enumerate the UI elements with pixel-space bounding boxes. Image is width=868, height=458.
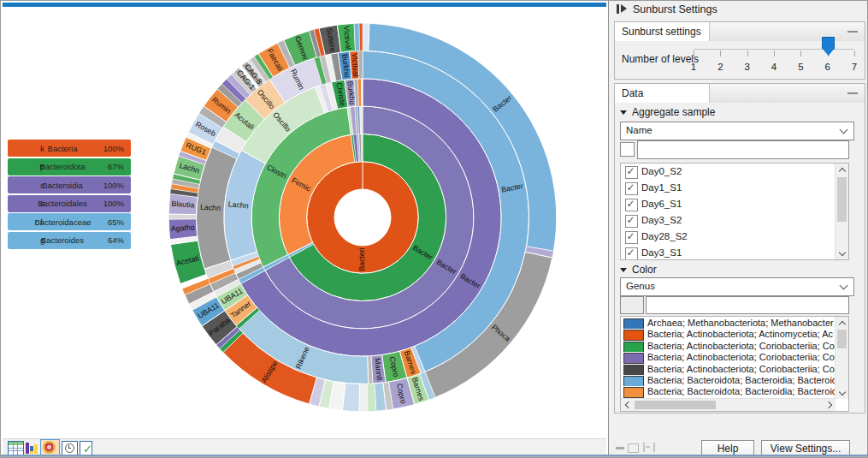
color-swatch-box[interactable] (620, 296, 644, 314)
color-list-hscrollbar[interactable] (621, 398, 836, 411)
sample-checkbox[interactable] (625, 215, 638, 228)
sample-list-vscrollbar[interactable] (835, 164, 848, 259)
sunburst-segment-label: Agatho (170, 223, 195, 233)
slider-tick-label: 2 (712, 62, 729, 72)
color-list: Archaea; Methanobacteriota; Methanobacte… (620, 316, 849, 412)
slider-tick-label: 4 (765, 62, 782, 72)
sample-row[interactable]: Day0_S2 (621, 164, 836, 180)
color-row[interactable]: Archaea; Methanobacteriota; Methanobacte… (621, 318, 836, 329)
tab-row-bg (702, 22, 865, 41)
color-filter-input[interactable] (646, 296, 849, 314)
collapse-section-icon[interactable] (847, 31, 858, 33)
scrollbar-thumb[interactable] (837, 330, 847, 348)
color-row[interactable]: Bacteria; Actinobacteriota; Coriobacteri… (621, 352, 836, 363)
slider-tick (774, 51, 775, 57)
sunburst-view-icon[interactable] (43, 441, 56, 454)
sample-row[interactable]: Day6_S1 (621, 196, 836, 212)
sample-row[interactable]: Day28_S2 (621, 229, 836, 245)
folder-icon[interactable] (628, 443, 639, 453)
color-swatch (623, 387, 644, 397)
report-view-icon[interactable]: ✓ (80, 441, 92, 455)
bar-icon-bar (26, 443, 29, 454)
color-rows: Archaea; Methanobacteriota; Methanobacte… (621, 318, 836, 398)
sample-checkbox[interactable] (625, 182, 638, 195)
sample-checkbox[interactable] (625, 199, 638, 211)
tab-data[interactable]: Data (615, 84, 710, 103)
collapse-triangle-icon (620, 268, 627, 272)
color-list-vscrollbar[interactable] (835, 317, 848, 399)
slider-tick (720, 51, 721, 57)
side-panel: Sunburst Settings Sunburst settings Numb… (608, 1, 868, 458)
color-row[interactable]: Bacteria; Actinobacteriota; Coriobacteri… (621, 364, 836, 375)
history-view-icon[interactable] (62, 441, 78, 455)
legend-row: k Bacteria 100% (8, 140, 131, 157)
scroll-down-icon[interactable] (836, 387, 848, 399)
taxonomy-breadcrumb-legend: k Bacteria 100%p Bacteroidota 67%c Bacte… (8, 140, 131, 251)
sunburst-segment-label: Bacteri (357, 247, 366, 271)
stacked-bar-view-icon[interactable] (26, 441, 40, 454)
color-taxonomy-text: Bacteria; Bacteroidota; Bacteroidia; Bac… (647, 386, 836, 396)
aggregate-by-select[interactable]: Name (620, 122, 854, 140)
slider-tick-label: 6 (819, 62, 836, 72)
color-swatch (623, 342, 644, 352)
collapse-section-icon[interactable] (847, 92, 858, 94)
color-row[interactable]: Bacteria; Actinobacteriota; Coriobacteri… (621, 341, 836, 352)
table-icon-line (9, 448, 23, 449)
slider-tick-label: 5 (792, 62, 809, 72)
table-view-icon[interactable] (8, 441, 24, 455)
slider-tick (854, 51, 855, 57)
sample-filter-input[interactable] (637, 140, 849, 159)
legend-name: Bacteroidia (35, 181, 90, 190)
sample-row[interactable]: Day1_S1 (621, 180, 836, 196)
scroll-up-icon[interactable] (836, 317, 848, 329)
clock-hand (68, 448, 71, 449)
scroll-left-icon[interactable] (621, 399, 633, 411)
aggregate-sample-group[interactable]: Aggregate sample (620, 106, 715, 118)
sunburst-segment-genus[interactable] (359, 23, 363, 51)
scrollbar-thumb[interactable] (635, 401, 716, 409)
legend-row: o Bacteroidales 100% (8, 195, 131, 212)
dock-arrow (646, 446, 650, 448)
sunburst-segment-order[interactable] (362, 79, 363, 106)
collapse-all-icon[interactable] (616, 447, 624, 449)
scroll-up-icon[interactable] (836, 164, 848, 175)
color-group[interactable]: Color (620, 264, 657, 276)
color-row[interactable]: Bacteria; Bacteroidota; Bacteroidia; Bac… (621, 375, 836, 386)
sample-checkbox[interactable] (625, 247, 638, 260)
scroll-right-icon[interactable] (824, 399, 836, 411)
sample-label: Day3_S1 (641, 247, 682, 258)
checkmark-glyph: ✓ (83, 443, 92, 455)
sample-checkbox[interactable] (625, 231, 638, 244)
panel-toggle-arrow-icon[interactable] (621, 4, 627, 13)
aggregate-by-value: Name (626, 125, 652, 135)
scroll-down-icon[interactable] (836, 247, 848, 259)
color-swatch (623, 376, 644, 386)
tab-sunburst-settings[interactable]: Sunburst settings (615, 22, 710, 41)
sunburst-segment-genus[interactable] (359, 384, 368, 411)
sample-row[interactable]: Day3_S1 (621, 245, 836, 260)
sample-checkbox[interactable] (625, 166, 638, 179)
color-by-select[interactable]: Genus (620, 277, 854, 296)
legend-row: f Bacteroidaceae 65% (8, 213, 131, 230)
panel-toggle-icon[interactable] (617, 4, 619, 14)
color-taxonomy-text: Bacteria; Bacteroidota; Bacteroidia; Bac… (647, 375, 836, 385)
legend-percent: 67% (90, 162, 131, 171)
color-row[interactable]: Bacteria; Actinobacteriota; Actinomyceti… (621, 329, 836, 340)
sunburst-segment-phylum[interactable] (361, 134, 363, 161)
sample-rows: Day0_S2 Day1_S1 Day6_S1 Day3_S2 Day28_S2… (621, 164, 836, 260)
legend-name: Bacteroides (35, 235, 90, 245)
levels-slider-thumb[interactable] (822, 37, 835, 56)
color-taxonomy-text: Bacteria; Actinobacteriota; Coriobacteri… (647, 352, 835, 362)
color-taxonomy-text: Bacteria; Actinobacteriota; Coriobacteri… (647, 341, 835, 351)
sample-row[interactable]: Day3_S2 (621, 212, 836, 229)
table-icon-line (9, 450, 23, 451)
sunburst-segment-class[interactable] (360, 106, 363, 134)
select-all-samples-checkbox[interactable] (620, 142, 635, 157)
table-icon-header (9, 442, 23, 445)
color-row[interactable]: Bacteria; Bacteroidota; Bacteroidia; Bac… (621, 386, 836, 397)
dock-panel-icon[interactable] (643, 443, 655, 452)
color-swatch (623, 365, 644, 375)
sunburst-segment-genus[interactable] (354, 23, 360, 51)
scrollbar-thumb[interactable] (837, 177, 847, 222)
color-swatch (623, 330, 644, 340)
